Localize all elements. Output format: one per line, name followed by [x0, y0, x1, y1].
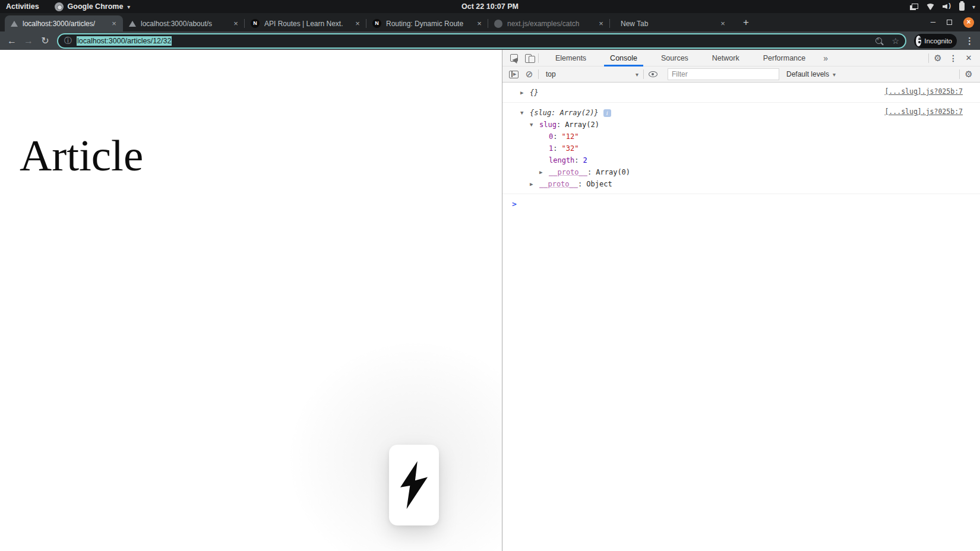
source-link[interactable]: [...slug].js?025b:7 [884, 87, 963, 96]
tab-close-icon[interactable]: × [353, 19, 362, 28]
new-tab-button[interactable]: + [739, 17, 753, 28]
browser-tab-routing[interactable]: N Routing: Dynamic Route × [366, 15, 488, 31]
tab-close-icon[interactable]: × [475, 19, 484, 28]
tab-title: next.js/examples/catch [507, 20, 596, 28]
flash-card [389, 445, 439, 525]
minimize-button[interactable]: – [931, 18, 935, 24]
windows-stack-icon[interactable] [910, 4, 918, 10]
more-tabs-button[interactable]: » [817, 53, 834, 63]
tab-title: New Tab [621, 20, 718, 28]
levels-label: Default levels [786, 70, 829, 78]
browser-tab-api-routes[interactable]: N API Routes | Learn Next. × [245, 15, 366, 31]
console-message-slug-object: ▼ {slug: Array(2)} i [...slug].js?025b:7… [502, 103, 980, 194]
browser-tab-strip: localhost:3000/articles/ × localhost:300… [0, 13, 980, 31]
tab-close-icon[interactable]: × [718, 19, 728, 28]
tab-title: API Routes | Learn Next. [264, 20, 353, 28]
speaker-icon[interactable] [943, 3, 951, 10]
system-tray[interactable]: ▾ [910, 0, 975, 13]
expand-triangle-icon[interactable]: ▶ [530, 178, 539, 190]
live-expression-button[interactable] [645, 66, 660, 82]
window-controls: – × [931, 13, 980, 31]
context-label: top [546, 70, 556, 78]
log-levels-dropdown[interactable]: Default levels ▾ [786, 70, 836, 78]
clear-console-button[interactable]: ⊘ [521, 66, 537, 82]
back-button[interactable]: ← [4, 36, 20, 46]
tab-close-icon[interactable]: × [596, 19, 606, 28]
devtools-tabs: Elements Console Sources Network Perform… [543, 50, 817, 66]
source-link[interactable]: [...slug].js?025b:7 [884, 107, 963, 116]
devtools-menu-button[interactable]: ⋮ [946, 50, 961, 66]
page-title: Article [20, 130, 143, 181]
property-name: length [549, 154, 574, 166]
collapse-triangle-icon[interactable]: ▼ [520, 107, 530, 119]
property-value: Array(0) [596, 166, 630, 178]
forward-button[interactable]: → [20, 36, 37, 46]
console-prompt[interactable]: > [502, 194, 980, 208]
site-info-icon[interactable]: ⓘ [64, 36, 72, 46]
inspect-element-button[interactable] [506, 50, 521, 66]
browser-tab-about[interactable]: localhost:3000/about/s × [123, 15, 245, 31]
bookmark-star-icon[interactable]: ☆ [892, 36, 899, 46]
tab-elements[interactable]: Elements [543, 50, 598, 66]
browser-tab-articles[interactable]: localhost:3000/articles/ × [5, 15, 123, 31]
console-message-empty-object: ▶ {} [...slug].js?025b:7 [502, 83, 980, 103]
tab-performance[interactable]: Performance [751, 50, 818, 66]
eye-icon [649, 71, 657, 77]
devtools-main-toolbar: Elements Console Sources Network Perform… [502, 50, 980, 66]
window-close-button[interactable]: × [963, 17, 974, 28]
reload-button[interactable]: ↻ [37, 35, 53, 46]
property-value: "32" [561, 142, 578, 154]
expand-triangle-icon[interactable]: ▶ [520, 87, 530, 99]
devtools-close-button[interactable]: ✕ [961, 50, 976, 66]
device-icon [525, 54, 534, 62]
incognito-spy-icon [916, 36, 921, 46]
github-favicon-icon [494, 20, 502, 28]
expand-triangle-icon[interactable]: ▶ [539, 166, 549, 178]
sidebar-panel-icon [509, 71, 519, 78]
browser-tab-github[interactable]: next.js/examples/catch × [488, 15, 610, 31]
tab-close-icon[interactable]: × [231, 19, 241, 28]
incognito-label: Incognito [924, 37, 952, 45]
device-toolbar-button[interactable] [521, 50, 537, 66]
console-settings-button[interactable]: ⚙ [961, 66, 976, 82]
address-bar[interactable]: ⓘ localhost:3000/articles/12/32 ☆ [57, 33, 906, 49]
object-preview: {slug: Array(2)} [530, 107, 599, 119]
property-value: "12" [561, 131, 578, 142]
tree-row-object-proto: ▶ __proto__: Object [502, 178, 980, 190]
incognito-badge: Incognito [914, 34, 957, 48]
url-text-selected[interactable]: localhost:3000/articles/12/32 [77, 36, 172, 46]
execution-context-selector[interactable]: top ▾ [540, 70, 642, 78]
battery-icon[interactable] [959, 2, 965, 11]
tree-row-length: length: 2 [502, 154, 980, 166]
system-clock[interactable]: Oct 22 10:07 PM [0, 2, 980, 11]
browser-tab-new-tab[interactable]: New Tab × [610, 15, 732, 31]
toolbar-divider [538, 69, 539, 79]
chevron-down-icon: ▾ [833, 71, 836, 78]
tab-network[interactable]: Network [700, 50, 751, 66]
property-name: __proto__ [539, 178, 578, 190]
tab-console[interactable]: Console [598, 50, 649, 66]
object-preview: {} [530, 87, 538, 99]
toolbar-divider [959, 69, 960, 79]
tab-title: localhost:3000/about/s [141, 20, 231, 28]
browser-menu-icon[interactable]: ⋮ [965, 36, 974, 46]
maximize-button[interactable] [947, 20, 952, 25]
console-toolbar: ⊘ top ▾ Default levels ▾ ⚙ [502, 66, 980, 83]
tree-row-slug: ▼ slug: Array(2) [502, 119, 980, 131]
tree-row-index-1: 1: "32" [502, 142, 980, 154]
nextjs-favicon-icon: N [372, 19, 381, 28]
system-top-bar: Activities Google Chrome ▾ Oct 22 10:07 … [0, 0, 980, 13]
console-sidebar-button[interactable] [506, 66, 521, 82]
collapse-triangle-icon[interactable]: ▼ [530, 119, 539, 131]
devtools-settings-button[interactable]: ⚙ [930, 50, 946, 66]
wifi-icon[interactable] [926, 4, 935, 10]
console-filter-input[interactable] [668, 68, 779, 80]
tray-chevron-down-icon[interactable]: ▾ [972, 4, 975, 10]
tab-close-icon[interactable]: × [109, 19, 119, 28]
inspect-cursor-icon [510, 54, 518, 62]
chevron-down-icon: ▾ [636, 71, 638, 78]
property-value: Object [586, 178, 612, 190]
tab-title: Routing: Dynamic Route [386, 20, 475, 28]
tab-sources[interactable]: Sources [649, 50, 700, 66]
zoom-icon[interactable] [875, 37, 882, 44]
